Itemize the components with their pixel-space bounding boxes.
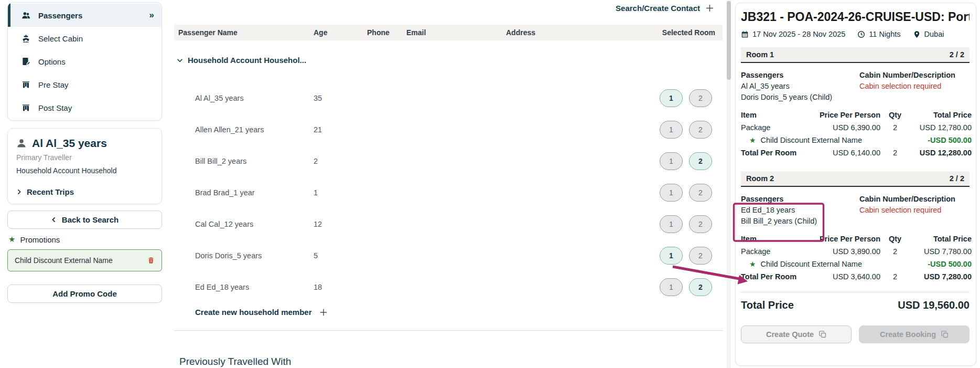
divider — [174, 330, 723, 331]
household-group-toggle[interactable]: Household Account Househol... — [177, 56, 306, 65]
passenger-name: Brad Brad_1 year — [178, 188, 314, 197]
package-qty: 2 — [880, 123, 910, 132]
passenger-name: Al Al_35 years — [178, 94, 314, 102]
passenger-section: Search/Create Contact Passenger Name Age… — [174, 0, 723, 368]
column-phone: Phone — [367, 28, 406, 37]
passenger-age: 5 — [314, 251, 367, 260]
passenger-age: 18 — [314, 283, 367, 291]
qty-header: Qty — [880, 235, 910, 243]
passenger-name: Ed Ed_18 years — [178, 283, 314, 291]
chevron-right-icon — [16, 189, 22, 195]
divider — [741, 292, 970, 292]
traveler-card: Al Al_35 years Primary Traveller Househo… — [7, 128, 162, 204]
total-per-room-label: Total Per Room — [741, 272, 814, 281]
passenger-age: 12 — [314, 220, 367, 228]
package-price: USD 3,890.00 — [814, 247, 880, 256]
room-2-button[interactable]: 2 — [689, 152, 712, 170]
table-row: Doris Doris_5 years 5 1 2 — [174, 240, 723, 271]
room-2-button[interactable]: 2 — [689, 215, 712, 233]
package-label: Package — [741, 247, 814, 256]
table-row: Ed Ed_18 years 18 1 2 — [174, 271, 723, 303]
traveler-name: Al Al_35 years — [32, 137, 107, 150]
room-2-button[interactable]: 2 — [689, 89, 712, 107]
cabin-label: Cabin Number/Description — [859, 194, 970, 205]
chevron-down-icon — [177, 57, 183, 64]
room-2-button[interactable]: 2 — [689, 247, 712, 265]
copy-icon — [819, 331, 826, 338]
item-header: Item — [741, 235, 814, 243]
plus-icon — [319, 308, 328, 317]
column-selected-room: Selected Room — [632, 28, 723, 37]
back-to-search-label: Back to Search — [62, 215, 119, 224]
sidebar-item-post-stay[interactable]: Post Stay — [8, 96, 161, 119]
hotel-icon — [21, 80, 30, 89]
sidebar-item-options[interactable]: Options — [8, 50, 161, 73]
discount-label: Child Discount External Name — [761, 136, 862, 144]
price-per-person-header: Price Per Person — [814, 111, 880, 119]
room-1-button[interactable]: 1 — [660, 152, 683, 170]
star-icon: ★ — [749, 260, 756, 268]
clock-icon — [857, 30, 865, 38]
hotel-icon — [21, 103, 30, 112]
room-1-button[interactable]: 1 — [660, 215, 683, 233]
room-passenger: Doris Doris_5 years (Child) — [741, 92, 859, 103]
discount-amount: -USD 500.00 — [910, 136, 972, 144]
add-promo-code-label: Add Promo Code — [52, 289, 117, 298]
room-1-button[interactable]: 1 — [660, 247, 683, 265]
table-row: Bill Bill_2 years 2 1 2 — [174, 145, 723, 177]
passenger-age: 1 — [314, 188, 367, 197]
grand-total-label: Total Price — [741, 299, 794, 311]
room-passenger: Ed Ed_18 years — [741, 205, 859, 216]
plus-icon — [705, 4, 714, 13]
sidebar-item-pre-stay[interactable]: Pre Stay — [8, 73, 161, 96]
ship-icon — [21, 34, 30, 43]
passenger-name: Allen Allen_21 years — [178, 125, 314, 134]
sidebar-item-label: Select Cabin — [38, 34, 83, 43]
scrollbar-track[interactable] — [727, 0, 731, 368]
table-header-row: Passenger Name Age Phone Email Address S… — [174, 25, 723, 40]
room-1-button[interactable]: 1 — [660, 121, 683, 139]
total-per-room-price: USD 6,140.00 — [814, 149, 880, 157]
item-header: Item — [741, 111, 814, 119]
passengers-label: Passengers — [741, 194, 859, 205]
sidebar-item-select-cabin[interactable]: Select Cabin — [8, 27, 161, 50]
room-1-header: Room 1 2 / 2 — [741, 47, 970, 63]
room-2-header: Room 2 2 / 2 — [741, 171, 970, 187]
booking-nights: 11 Nights — [869, 30, 900, 38]
traveler-role: Primary Traveller — [16, 153, 153, 162]
scrollbar-thumb[interactable] — [727, 1, 731, 80]
room-2-items: Item Price Per Person Qty Total Price Pa… — [741, 235, 970, 281]
create-quote-button[interactable]: Create Quote — [741, 325, 852, 343]
sidebar-item-passengers[interactable]: Passengers » — [8, 4, 161, 27]
recent-trips-toggle[interactable]: Recent Trips — [16, 187, 153, 196]
room-label: Room 2 — [746, 174, 774, 183]
room-1-button[interactable]: 1 — [660, 89, 683, 107]
booking-summary-panel: JB321 - POA-2024-26-CRUISE-USD: Portrait… — [735, 3, 976, 366]
back-to-search-button[interactable]: Back to Search — [7, 211, 162, 229]
create-booking-label: Create Booking — [880, 330, 936, 339]
collapse-sidebar-icon[interactable]: » — [149, 10, 154, 20]
discount-amount: -USD 500.00 — [910, 260, 972, 268]
passenger-name: Doris Doris_5 years — [178, 251, 314, 260]
household-group-label: Household Account Househol... — [188, 56, 306, 65]
remove-promotion-trash-icon[interactable] — [147, 257, 155, 264]
passenger-age: 21 — [314, 125, 367, 134]
create-quote-label: Create Quote — [766, 330, 814, 339]
package-total: USD 12,780.00 — [910, 123, 972, 132]
location-pin-icon — [913, 30, 921, 38]
room-1-button[interactable]: 1 — [660, 184, 683, 202]
booking-dates: 17 Nov 2025 - 28 Nov 2025 — [752, 30, 845, 38]
room-1-button[interactable]: 1 — [660, 278, 683, 296]
create-household-member-button[interactable]: Create new household member — [195, 308, 328, 317]
chevron-left-icon — [51, 217, 57, 223]
create-booking-button[interactable]: Create Booking — [859, 325, 970, 343]
search-create-contact-button[interactable]: Search/Create Contact — [616, 4, 714, 13]
room-2-button[interactable]: 2 — [689, 184, 712, 202]
sidebar: Passengers » Select Cabin Options Pre St… — [7, 2, 162, 303]
add-promo-code-button[interactable]: Add Promo Code — [7, 285, 162, 303]
applied-promotion: Child Discount External Name — [7, 249, 162, 271]
room-2-button[interactable]: 2 — [689, 121, 712, 139]
passenger-rows: Al Al_35 years 35 1 2 Allen Allen_21 yea… — [174, 82, 723, 303]
room-2-button[interactable]: 2 — [689, 278, 712, 296]
star-icon: ★ — [749, 136, 756, 144]
